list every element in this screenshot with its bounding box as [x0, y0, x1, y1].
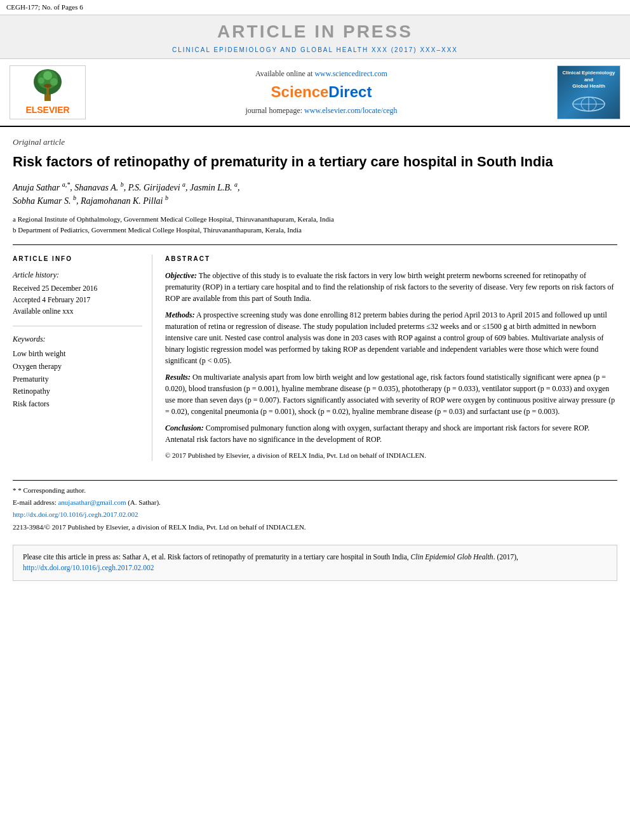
svg-point-4 — [50, 78, 58, 86]
sciencedirect-logo: ScienceDirect — [95, 81, 547, 103]
accepted-date: Accepted 4 February 2017 — [13, 295, 142, 305]
elsevier-tree-icon — [22, 68, 73, 103]
keyword-3: Prematurity — [13, 374, 142, 385]
email-suffix: (A. Sathar). — [128, 498, 161, 506]
methods-text: A prospective screening study was done e… — [165, 310, 607, 365]
citation-doi-link[interactable]: http://dx.doi.org/10.1016/j.cegh.2017.02… — [23, 564, 154, 571]
abstract-column: Abstract Objective: The objective of thi… — [165, 255, 617, 461]
citation-box: Please cite this article in press as: Sa… — [13, 545, 617, 581]
top-header: CEGH-177; No. of Pages 6 — [0, 0, 630, 15]
journal-center-info: Available online at www.sciencedirect.co… — [92, 65, 551, 119]
journal-cover-text: Clinical EpidemiologyandGlobal Health — [560, 67, 617, 117]
conclusion-text: Compromised pulmonary function along wit… — [165, 423, 589, 444]
available-online-text: Available online at www.sciencedirect.co… — [95, 69, 547, 79]
keyword-1: Low birth weight — [13, 349, 142, 359]
methods-paragraph: Methods: A prospective screening study w… — [165, 309, 617, 366]
email-link[interactable]: anujasathar@gmail.com — [58, 498, 126, 506]
doc-id: CEGH-177; No. of Pages 6 — [6, 3, 83, 12]
affiliation-a: a Regional Institute of Ophthalmology, G… — [13, 214, 617, 225]
elsevier-logo: ELSEVIER — [10, 65, 86, 119]
author-girijadevi: P.S. Girijadevi a, — [128, 183, 190, 192]
email-label: E-mail address: — [13, 498, 57, 506]
journal-homepage-link[interactable]: www.elsevier.com/locate/cegh — [304, 106, 398, 115]
article-info-label: Article Info — [13, 255, 142, 263]
results-text: On multivariate analysis apart from low … — [165, 373, 615, 416]
main-content: Original article Risk factors of retinop… — [0, 127, 630, 597]
article-history: Article history: Received 25 December 20… — [13, 270, 142, 316]
aip-title: ARTICLE IN PRESS — [0, 19, 630, 44]
objective-paragraph: Objective: The objective of this study i… — [165, 270, 617, 304]
conclusion-label: Conclusion: — [165, 423, 204, 432]
journal-cover-image: Clinical EpidemiologyandGlobal Health — [557, 65, 620, 119]
objective-label: Objective: — [165, 271, 197, 280]
authors: Anuja Sathar a,*, Shanavas A. b, P.S. Gi… — [13, 181, 617, 208]
two-col-section: Article Info Article history: Received 2… — [13, 244, 617, 461]
email-note: E-mail address: anujasathar@gmail.com (A… — [13, 498, 617, 507]
affiliation-b: b Department of Pediatrics, Government M… — [13, 225, 617, 236]
copyright: © 2017 Published by Elsevier, a division… — [165, 450, 617, 461]
svg-point-7 — [44, 84, 51, 88]
sciencedirect-link[interactable]: www.sciencedirect.com — [314, 69, 387, 78]
footer-notes: * * Corresponding author. E-mail address… — [13, 480, 617, 533]
author-rajamohanan: Rajamohanan K. Pillai b — [81, 196, 168, 206]
aip-subtitle: Clinical Epidemiology and Global Health … — [0, 46, 630, 55]
article-type: Original article — [13, 137, 617, 148]
affiliations: a Regional Institute of Ophthalmology, G… — [13, 214, 617, 235]
article-info-column: Article Info Article history: Received 2… — [13, 255, 152, 461]
elsevier-label: ELSEVIER — [25, 104, 69, 117]
aip-banner: ARTICLE IN PRESS Clinical Epidemiology a… — [0, 15, 630, 58]
history-title: Article history: — [13, 270, 142, 281]
keyword-5: Risk factors — [13, 399, 142, 410]
methods-label: Methods: — [165, 310, 195, 319]
journal-header: ELSEVIER Available online at www.science… — [0, 59, 630, 127]
doi-note: http://dx.doi.org/10.1016/j.cegh.2017.02… — [13, 510, 617, 519]
corresponding-note: * * Corresponding author. — [13, 486, 617, 495]
abstract-label: Abstract — [165, 255, 617, 263]
results-paragraph: Results: On multivariate analysis apart … — [165, 371, 617, 417]
results-label: Results: — [165, 373, 191, 382]
keywords-section: Keywords: Low birth weight Oxygen therap… — [13, 334, 142, 410]
objective-text: The objective of this study is to evalua… — [165, 271, 614, 303]
keywords-title: Keywords: — [13, 334, 142, 345]
globe-icon — [570, 97, 608, 112]
author-jasmin: Jasmin L.B. a, — [190, 183, 240, 192]
available-online: Available online xxx — [13, 306, 142, 316]
svg-point-3 — [38, 77, 44, 84]
svg-point-5 — [43, 71, 52, 80]
divider — [13, 326, 142, 326]
received-date: Received 25 December 2016 — [13, 283, 142, 293]
abstract-content: Objective: The objective of this study i… — [165, 270, 617, 461]
keyword-2: Oxygen therapy — [13, 361, 142, 372]
author-shanavas: Shanavas A. b, — [74, 183, 128, 192]
star-icon: * — [13, 486, 18, 494]
article-title: Risk factors of retinopathy of prematuri… — [13, 153, 617, 171]
conclusion-paragraph: Conclusion: Compromised pulmonary functi… — [165, 422, 617, 445]
author-anuja: Anuja Sathar a,*, — [13, 183, 74, 192]
keyword-4: Retinopathy — [13, 386, 142, 397]
issn-note: 2213-3984/© 2017 Published by Elsevier, … — [13, 523, 617, 532]
citation-text: Please cite this article in press as: Sa… — [23, 553, 518, 571]
journal-homepage: journal homepage: www.elsevier.com/locat… — [95, 105, 547, 116]
author-sobha: Sobha Kumar S. b, — [13, 196, 81, 206]
doi-link[interactable]: http://dx.doi.org/10.1016/j.cegh.2017.02… — [13, 510, 138, 518]
